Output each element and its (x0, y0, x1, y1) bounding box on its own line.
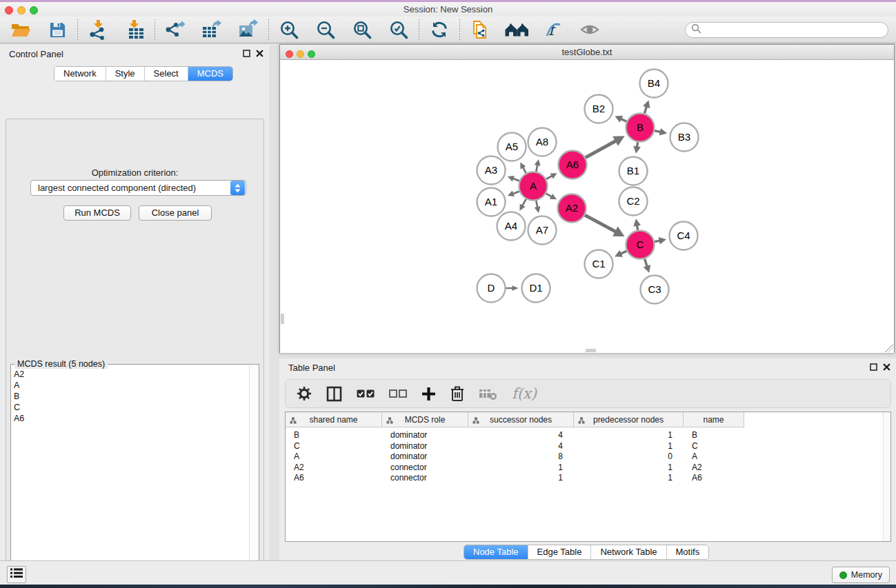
table-cell[interactable]: 1 (574, 473, 673, 484)
table-cell[interactable]: connector (390, 473, 467, 484)
table-cell[interactable]: dominator (390, 441, 467, 452)
column-header-shared-name[interactable]: shared name (286, 412, 382, 427)
export-image-icon[interactable] (236, 19, 261, 41)
zoom-selected-icon[interactable] (386, 19, 411, 41)
search-field[interactable] (704, 24, 888, 37)
edge-B-B1[interactable] (637, 142, 638, 147)
node-C2[interactable]: C2 (619, 187, 648, 216)
minimize-window-icon[interactable] (17, 6, 26, 14)
document-share-icon[interactable] (468, 19, 492, 41)
node-A6[interactable]: A6 (559, 151, 587, 179)
delete-column-icon[interactable] (450, 385, 464, 402)
tab-style[interactable]: Style (106, 67, 145, 81)
network-minimize-icon[interactable] (297, 50, 304, 58)
node-A1[interactable]: A1 (477, 188, 506, 216)
network-close-icon[interactable] (286, 50, 293, 58)
zoom-in-icon[interactable] (277, 19, 301, 41)
edge-C-C1[interactable] (621, 251, 627, 254)
column-header-successor-nodes[interactable]: successor nodes (468, 412, 574, 427)
open-folder-icon[interactable] (8, 19, 33, 41)
table-cell[interactable]: B (692, 430, 743, 441)
import-table-icon[interactable] (122, 19, 147, 41)
table-cell[interactable]: 4 (468, 441, 563, 452)
edge-A2-C[interactable] (585, 215, 616, 232)
edge-A-A5[interactable] (523, 167, 526, 173)
node-C4[interactable]: C4 (670, 222, 698, 250)
table-cell[interactable]: dominator (390, 452, 467, 463)
node-A5[interactable]: A5 (498, 133, 526, 161)
tab-network[interactable]: Network (54, 67, 106, 81)
table-cell[interactable]: 1 (574, 441, 673, 452)
task-history-button[interactable] (7, 566, 26, 583)
edge-C-C4[interactable] (655, 241, 660, 242)
memory-button[interactable]: Memory (832, 567, 890, 583)
close-panel-icon[interactable] (256, 50, 263, 57)
node-C[interactable]: C (626, 231, 655, 259)
eye-icon[interactable] (577, 19, 602, 41)
edge-C-C3[interactable] (645, 259, 648, 267)
node-B3[interactable]: B3 (670, 123, 699, 152)
float-panel-icon[interactable] (243, 50, 250, 57)
node-table[interactable]: shared nameMCDS rolesuccessor nodesprede… (285, 412, 891, 542)
table-cell[interactable]: connector (390, 463, 467, 474)
select-all-icon[interactable] (357, 389, 375, 398)
edge-A-A8[interactable] (536, 165, 537, 172)
zoom-window-icon[interactable] (30, 6, 38, 14)
optimization-criterion-select[interactable]: largest connected component (directed) (30, 180, 246, 196)
import-network-icon[interactable] (86, 19, 110, 41)
network-zoom-icon[interactable] (308, 50, 315, 58)
network-graph[interactable]: B4B2BB3A8A5A6A3B1AC2A1A2A4A7C4CC1DD1C3 (280, 60, 894, 353)
edge-A-A4[interactable] (522, 199, 526, 206)
node-A3[interactable]: A3 (477, 156, 506, 185)
edge-A-A2[interactable] (546, 194, 552, 197)
refresh-icon[interactable] (427, 19, 452, 41)
table-cell[interactable]: 1 (574, 430, 673, 441)
edge-A-A7[interactable] (536, 201, 537, 207)
edge-B-B3[interactable] (655, 131, 661, 132)
result-list-item[interactable]: B (14, 391, 248, 402)
node-B2[interactable]: B2 (585, 95, 613, 123)
tab-node-table[interactable]: Node Table (464, 545, 528, 559)
table-cell[interactable]: A2 (692, 463, 743, 474)
zoom-fit-icon[interactable] (350, 19, 375, 41)
resize-grip[interactable] (885, 344, 893, 352)
float-panel-icon[interactable] (870, 363, 877, 371)
tab-network-table[interactable]: Network Table (591, 545, 666, 559)
node-B[interactable]: B (626, 114, 655, 142)
edge-A6-B[interactable] (586, 141, 616, 157)
result-scrollbar[interactable] (249, 365, 258, 588)
tab-mcds[interactable]: MCDS (188, 67, 232, 81)
table-cell[interactable]: 0 (574, 452, 673, 463)
deselect-all-icon[interactable] (389, 389, 407, 398)
close-panel-button[interactable]: Close panel (139, 205, 212, 221)
table-cell[interactable]: A6 (294, 473, 381, 484)
export-network-icon[interactable] (163, 19, 188, 41)
network-canvas[interactable]: B4B2BB3A8A5A6A3B1AC2A1A2A4A7C4CC1DD1C3 (280, 60, 894, 353)
edge-C-C2[interactable] (637, 225, 638, 230)
node-C3[interactable]: C3 (641, 276, 669, 304)
result-list-item[interactable]: A (14, 380, 248, 391)
add-column-icon[interactable] (421, 387, 436, 401)
mcds-result-list[interactable]: A2ABCA6 (14, 369, 248, 588)
table-cell[interactable]: dominator (390, 430, 467, 441)
node-D1[interactable]: D1 (522, 274, 550, 303)
table-cell[interactable]: 4 (468, 430, 563, 441)
window-controls[interactable] (5, 5, 42, 17)
column-header-MCDS-role[interactable]: MCDS role (382, 412, 468, 427)
save-icon[interactable] (45, 19, 70, 41)
edge-A-A6[interactable] (546, 176, 552, 179)
table-cell[interactable]: 1 (468, 473, 563, 484)
node-A8[interactable]: A8 (528, 128, 557, 156)
column-header-predecessor-nodes[interactable]: predecessor nodes (574, 412, 684, 427)
table-scrollbar[interactable] (883, 412, 890, 541)
node-A2[interactable]: A2 (558, 194, 586, 223)
gear-icon[interactable] (297, 386, 312, 401)
edge-B-B2[interactable] (621, 119, 626, 121)
table-cell[interactable]: A6 (692, 473, 743, 484)
close-panel-icon[interactable] (883, 363, 890, 371)
node-B4[interactable]: B4 (640, 70, 668, 98)
table-cell[interactable]: C (294, 441, 381, 452)
result-list-item[interactable]: A2 (14, 369, 248, 380)
horizontal-scroll-indicator[interactable] (586, 349, 596, 352)
table-cell[interactable]: A (294, 452, 381, 463)
